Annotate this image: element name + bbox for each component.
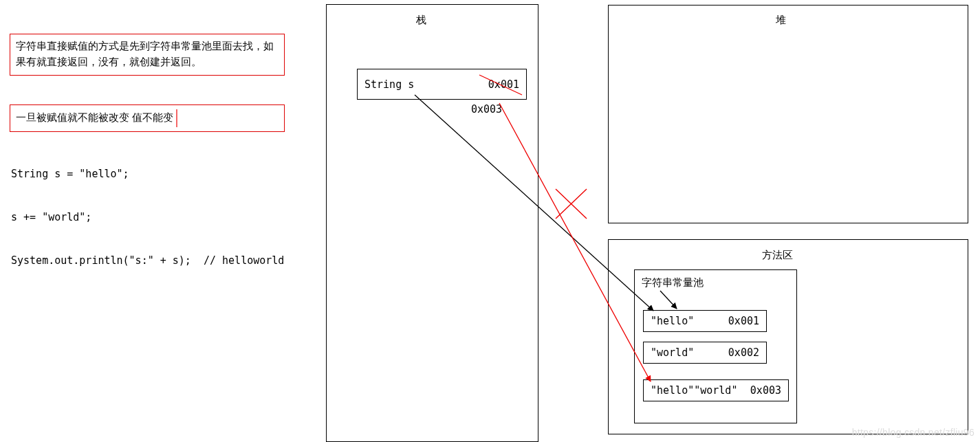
pool-addr: 0x001: [728, 315, 759, 327]
note-immutable: 一旦被赋值就不能被改变 值不能变: [10, 104, 285, 132]
stack-addr-old: 0x001: [488, 78, 519, 91]
stack-title: 栈: [416, 14, 426, 27]
heap-region: [608, 5, 968, 223]
note-text: 字符串直接赋值的方式是先到字符串常量池里面去找，如果有就直接返回，没有，就创建并…: [16, 41, 274, 67]
pool-row-hello: "hello" 0x001: [643, 310, 767, 332]
heap-title: 堆: [776, 14, 786, 27]
diagram-canvas: 字符串直接赋值的方式是先到字符串常量池里面去找，如果有就直接返回，没有，就创建并…: [0, 0, 980, 442]
stack-var-name: String s: [364, 78, 414, 91]
code-snippet: String s = "hello"; s += "world"; System…: [11, 164, 284, 272]
note-string-pool-lookup: 字符串直接赋值的方式是先到字符串常量池里面去找，如果有就直接返回，没有，就创建并…: [10, 34, 285, 76]
cross-mark-b: [556, 189, 587, 219]
pool-value: "hello""world": [651, 384, 737, 397]
pool-addr: 0x002: [728, 346, 759, 359]
stack-frame-s: String s 0x001: [357, 69, 527, 100]
note-text: 一旦被赋值就不能被改变 值不能变: [16, 110, 173, 126]
pool-addr: 0x003: [750, 384, 781, 397]
pool-value: "world": [651, 346, 694, 359]
pool-value: "hello": [651, 315, 694, 327]
method-area-title: 方法区: [762, 249, 793, 262]
pool-row-world: "world" 0x002: [643, 342, 767, 364]
watermark: https://blog.csdn.net/zfliu96: [852, 427, 974, 438]
stack-addr-new: 0x003: [471, 103, 502, 115]
pool-row-helloworld: "hello""world" 0x003: [643, 379, 789, 401]
cross-mark-a: [556, 189, 587, 219]
string-pool-label: 字符串常量池: [642, 276, 704, 289]
